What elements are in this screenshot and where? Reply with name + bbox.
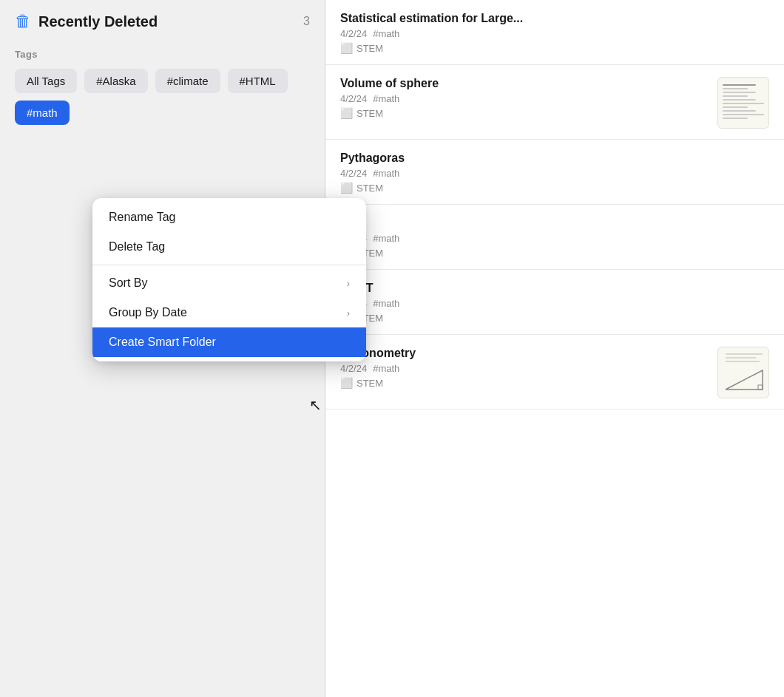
- thumb-line: [723, 84, 756, 86]
- left-panel: 🗑 Recently Deleted 3 Tags All Tags #Alas…: [0, 0, 325, 697]
- group-by-date-label: Group By Date: [109, 306, 187, 319]
- note-title: Pi π: [340, 217, 769, 230]
- note-content: Trigonometry 4/2/24 #math ⬜ STEM: [340, 347, 709, 389]
- header-left: 🗑 Recently Deleted: [15, 12, 158, 31]
- menu-item-group-by-date[interactable]: Group By Date ›: [92, 298, 366, 327]
- thumb-line: [723, 114, 764, 115]
- menu-divider: [92, 265, 366, 265]
- note-meta: 4/2/24 #math: [340, 28, 769, 39]
- group-by-date-arrow-icon: ›: [347, 307, 350, 319]
- right-panel: Statistical estimation for Large... 4/2/…: [325, 0, 784, 697]
- thumb-line: [723, 106, 748, 108]
- note-date: 4/2/24: [340, 363, 367, 374]
- note-tag: #math: [373, 168, 399, 179]
- note-date: 4/2/24: [340, 168, 367, 179]
- thumb-line: [723, 99, 756, 101]
- create-smart-folder-label: Create Smart Folder: [109, 336, 216, 349]
- thumb-line: [723, 92, 756, 93]
- note-content: Volume of sphere 4/2/24 #math ⬜ STEM: [340, 77, 709, 119]
- note-tag: #math: [373, 233, 399, 244]
- note-folder: ⬜ STEM: [340, 42, 769, 54]
- delete-tag-label: Delete Tag: [109, 240, 165, 254]
- deleted-count: 3: [303, 15, 310, 28]
- menu-item-create-smart-folder[interactable]: Create Smart Folder: [92, 327, 366, 357]
- note-title: SQRT: [340, 282, 769, 295]
- note-title: Statistical estimation for Large...: [340, 12, 769, 25]
- menu-item-delete-tag[interactable]: Delete Tag: [92, 232, 366, 262]
- note-folder: ⬜ STEM: [340, 107, 709, 119]
- note-meta: 4/2/24 #math: [340, 93, 709, 104]
- svg-rect-0: [723, 350, 766, 392]
- thumb-line: [723, 95, 748, 97]
- folder-icon: ⬜: [340, 377, 353, 389]
- tags-section-label: Tags: [15, 49, 310, 60]
- note-date: 4/2/24: [340, 28, 367, 39]
- tag-chip-alaska[interactable]: #Alaska: [84, 69, 147, 93]
- page-title: Recently Deleted: [38, 13, 158, 30]
- note-meta: 4/2/24 #math: [340, 168, 769, 179]
- note-date: 4/2/24: [340, 93, 367, 104]
- tags-container: All Tags #Alaska #climate #HTML #math: [15, 69, 310, 125]
- note-meta: 4/2/24 #math: [340, 233, 769, 244]
- note-tag: #math: [373, 28, 399, 39]
- note-folder-name: STEM: [356, 43, 383, 54]
- tag-chip-html[interactable]: #HTML: [228, 69, 288, 93]
- trash-icon: 🗑: [15, 12, 31, 31]
- note-title: Pythagoras: [340, 152, 769, 165]
- note-item-volume-sphere[interactable]: Volume of sphere 4/2/24 #math ⬜ STEM: [325, 65, 784, 140]
- tag-chip-math[interactable]: #math: [15, 101, 70, 125]
- note-title: Trigonometry: [340, 347, 709, 360]
- note-content: Pythagoras 4/2/24 #math ⬜ STEM: [340, 152, 769, 194]
- note-item-pi[interactable]: Pi π 4/2/24 #math ⬜ STEM: [325, 205, 784, 270]
- rename-tag-label: Rename Tag: [109, 211, 175, 224]
- note-item-trigonometry[interactable]: Trigonometry 4/2/24 #math ⬜ STEM: [325, 335, 784, 409]
- menu-item-sort-by[interactable]: Sort By ›: [92, 268, 366, 298]
- thumb-line: [723, 103, 764, 104]
- cursor: ↖: [309, 396, 322, 414]
- thumb-line: [723, 118, 748, 119]
- note-tag: #math: [373, 298, 399, 309]
- note-content: Statistical estimation for Large... 4/2/…: [340, 12, 769, 54]
- note-folder: ⬜ STEM: [340, 377, 709, 389]
- note-tag: #math: [373, 363, 399, 374]
- note-thumbnail: [717, 77, 769, 129]
- context-menu: Rename Tag Delete Tag Sort By › Group By…: [92, 198, 366, 361]
- note-folder-name: STEM: [356, 108, 383, 119]
- note-folder-name: STEM: [356, 378, 383, 389]
- note-content: SQRT 4/2/24 #math ⬜ STEM: [340, 282, 769, 324]
- menu-item-rename-tag[interactable]: Rename Tag: [92, 203, 366, 232]
- note-title: Volume of sphere: [340, 77, 709, 90]
- sort-by-label: Sort By: [109, 276, 147, 290]
- note-content: Pi π 4/2/24 #math ⬜ STEM: [340, 217, 769, 259]
- folder-icon: ⬜: [340, 182, 353, 194]
- note-list: Statistical estimation for Large... 4/2/…: [325, 0, 784, 409]
- note-tag: #math: [373, 93, 399, 104]
- thumb-line: [723, 110, 756, 112]
- sort-by-arrow-icon: ›: [347, 278, 350, 289]
- note-folder: ⬜ STEM: [340, 312, 769, 324]
- note-folder: ⬜ STEM: [340, 182, 769, 194]
- note-folder-name: STEM: [356, 183, 383, 194]
- folder-icon: ⬜: [340, 107, 353, 119]
- note-meta: 4/2/24 #math: [340, 298, 769, 309]
- note-meta: 4/2/24 #math: [340, 363, 709, 374]
- thumb-line: [723, 88, 748, 89]
- note-thumbnail-trig: [717, 347, 769, 398]
- note-item-pythagoras[interactable]: Pythagoras 4/2/24 #math ⬜ STEM: [325, 140, 784, 205]
- trig-thumbnail-svg: [723, 350, 766, 392]
- note-item-statistical[interactable]: Statistical estimation for Large... 4/2/…: [325, 0, 784, 65]
- header-row: 🗑 Recently Deleted 3: [15, 12, 310, 31]
- folder-icon: ⬜: [340, 42, 353, 54]
- note-item-sqrt[interactable]: SQRT 4/2/24 #math ⬜ STEM: [325, 270, 784, 335]
- tag-chip-climate[interactable]: #climate: [155, 69, 220, 93]
- note-folder: ⬜ STEM: [340, 247, 769, 259]
- tag-chip-all-tags[interactable]: All Tags: [15, 69, 77, 93]
